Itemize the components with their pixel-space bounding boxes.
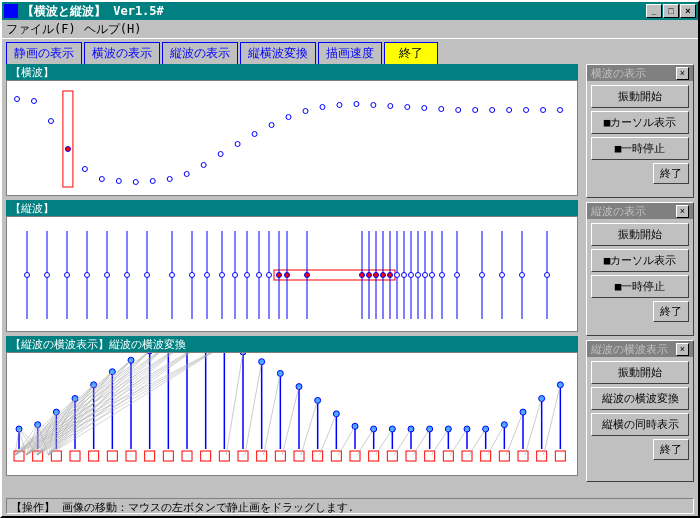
svg-point-36 — [25, 273, 30, 278]
svg-rect-167 — [163, 451, 173, 461]
panel-exit-button[interactable]: 終了 — [653, 301, 689, 322]
svg-point-98 — [480, 273, 485, 278]
convert-button[interactable]: 縦横波変換 — [240, 42, 316, 65]
close-icon[interactable]: × — [676, 67, 689, 80]
svg-point-194 — [259, 359, 265, 365]
menu-help[interactable]: ヘルプ(H) — [84, 21, 142, 38]
minimize-button[interactable]: _ — [646, 4, 662, 18]
svg-point-90 — [423, 273, 428, 278]
exit-button[interactable]: 終了 — [384, 42, 438, 65]
svg-point-94 — [440, 273, 445, 278]
svg-point-48 — [145, 273, 150, 278]
svg-point-68 — [285, 273, 290, 278]
svg-line-259 — [544, 385, 561, 455]
maximize-button[interactable]: □ — [663, 4, 679, 18]
svg-point-62 — [257, 273, 262, 278]
start-button[interactable]: 振動開始 — [591, 361, 689, 384]
svg-line-247 — [488, 425, 505, 455]
close-button[interactable]: × — [680, 4, 696, 18]
svg-line-195 — [245, 362, 262, 455]
svg-point-7 — [116, 179, 121, 184]
svg-point-16 — [269, 123, 274, 128]
svg-point-102 — [520, 273, 525, 278]
svg-point-80 — [388, 273, 393, 278]
svg-point-14 — [235, 142, 240, 147]
svg-point-21 — [354, 102, 359, 107]
svg-point-13 — [218, 152, 223, 157]
menubar: ファイル(F) ヘルプ(H) — [2, 20, 698, 38]
svg-rect-192 — [238, 451, 248, 461]
svg-rect-146 — [107, 451, 117, 461]
panel-exit-button[interactable]: 終了 — [653, 163, 689, 184]
svg-rect-139 — [89, 451, 99, 461]
transverse-button[interactable]: 横波の表示 — [84, 42, 160, 65]
svg-point-27 — [456, 108, 461, 113]
pause-button[interactable]: ■一時停止 — [591, 275, 689, 298]
svg-point-26 — [439, 107, 444, 112]
svg-point-202 — [296, 384, 302, 390]
svg-rect-174 — [182, 451, 192, 461]
svg-line-152 — [49, 360, 131, 455]
start-button[interactable]: 振動開始 — [591, 85, 689, 108]
svg-point-11 — [184, 172, 189, 177]
cursor-button[interactable]: ■カーソル表示 — [591, 111, 689, 134]
svg-line-251 — [506, 412, 523, 455]
svg-point-70 — [305, 273, 310, 278]
window-title: 【横波と縦波】 Ver1.5# — [22, 3, 646, 20]
close-icon[interactable]: × — [676, 205, 689, 218]
cursor-button[interactable]: ■カーソル表示 — [591, 249, 689, 272]
svg-point-92 — [430, 273, 435, 278]
longitudinal-canvas[interactable] — [6, 216, 578, 332]
both-display-button[interactable]: 縦横の同時表示 — [591, 413, 689, 436]
svg-line-255 — [525, 399, 542, 455]
svg-point-76 — [374, 273, 379, 278]
svg-rect-153 — [126, 451, 136, 461]
svg-point-88 — [416, 273, 421, 278]
svg-point-5 — [82, 167, 87, 172]
longitudinal-side-panel: 縦波の表示 × 振動開始 ■カーソル表示 ■一時停止 終了 — [586, 202, 694, 336]
speed-button[interactable]: 描画速度 — [318, 42, 382, 65]
svg-point-22 — [371, 103, 376, 108]
svg-point-42 — [85, 273, 90, 278]
svg-point-18 — [303, 109, 308, 114]
app-icon — [4, 4, 18, 18]
conversion-canvas[interactable] — [6, 352, 578, 476]
svg-point-56 — [220, 273, 225, 278]
svg-point-84 — [402, 273, 407, 278]
svg-point-214 — [352, 423, 358, 429]
svg-point-38 — [45, 273, 50, 278]
conversion-panel-header: 【縦波の横波表示】縦波の横波変換 — [6, 336, 578, 352]
longitudinal-button[interactable]: 縦波の表示 — [162, 42, 238, 65]
svg-point-33 — [558, 108, 563, 113]
pause-button[interactable]: ■一時停止 — [591, 137, 689, 160]
svg-point-50 — [170, 273, 175, 278]
svg-point-15 — [252, 132, 257, 137]
svg-line-178 — [26, 353, 205, 455]
svg-point-24 — [405, 105, 410, 110]
svg-point-4 — [65, 147, 70, 152]
close-icon[interactable]: × — [676, 343, 689, 356]
svg-rect-260 — [555, 451, 565, 461]
panel-exit-button[interactable]: 終了 — [653, 439, 689, 460]
conversion-side-panel: 縦波の横波表示 × 振動開始 縦波の横波変換 縦横の同時表示 終了 — [586, 340, 694, 482]
svg-point-78 — [381, 273, 386, 278]
start-button[interactable]: 振動開始 — [591, 223, 689, 246]
svg-point-82 — [395, 273, 400, 278]
svg-point-25 — [422, 106, 427, 111]
svg-point-31 — [524, 108, 529, 113]
svg-point-52 — [190, 273, 195, 278]
static-button[interactable]: 静画の表示 — [6, 42, 82, 65]
statusbar: 【操作】 画像の移動：マウスの左ボタンで静止画をドラッグします. — [6, 498, 694, 514]
svg-point-58 — [233, 273, 238, 278]
svg-line-199 — [264, 373, 281, 455]
svg-rect-252 — [518, 451, 528, 461]
svg-rect-132 — [70, 451, 80, 461]
svg-point-64 — [267, 273, 272, 278]
svg-point-6 — [99, 177, 104, 182]
convert-wave-button[interactable]: 縦波の横波変換 — [591, 387, 689, 410]
svg-point-96 — [455, 273, 460, 278]
svg-point-20 — [337, 103, 342, 108]
menu-file[interactable]: ファイル(F) — [6, 21, 76, 38]
longitudinal-side-header: 縦波の表示 × — [587, 203, 693, 219]
transverse-canvas[interactable] — [6, 80, 578, 196]
